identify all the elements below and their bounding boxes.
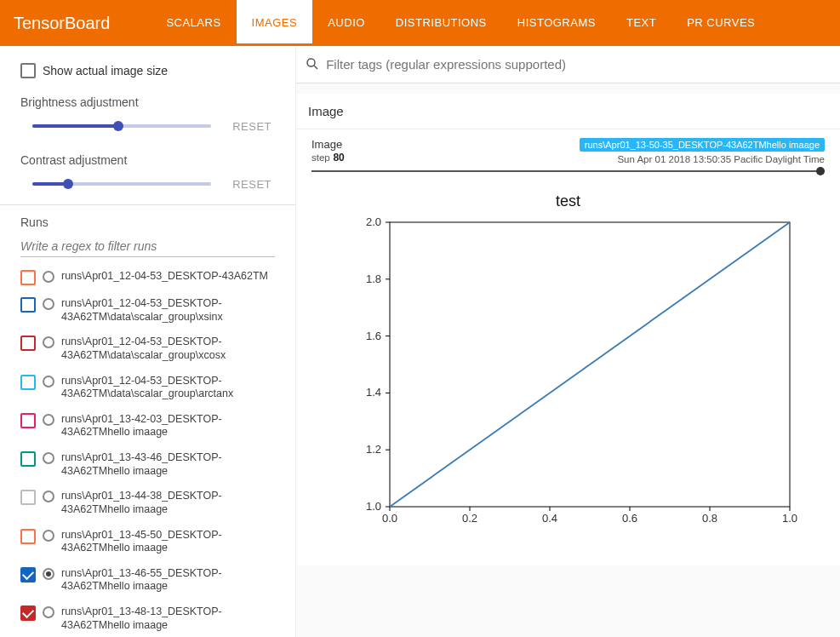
brand: TensorBoard xyxy=(14,14,110,33)
run-radio[interactable] xyxy=(43,336,54,348)
checkbox-icon xyxy=(20,63,36,78)
tab-pr-curves[interactable]: PR CURVES xyxy=(671,0,770,46)
run-radio[interactable] xyxy=(43,376,54,387)
chart-image: 0.00.20.40.60.81.01.01.21.41.61.82.0 xyxy=(339,214,798,537)
svg-text:1.8: 1.8 xyxy=(365,273,380,285)
svg-text:1.6: 1.6 xyxy=(365,330,380,342)
svg-text:1.0: 1.0 xyxy=(365,500,380,513)
show-actual-image-size-toggle[interactable]: Show actual image size xyxy=(0,56,295,82)
chart-title: test xyxy=(339,192,798,210)
run-checkbox[interactable] xyxy=(20,297,36,313)
brightness-label: Brightness adjustment xyxy=(0,82,295,112)
run-label: runs\Apr01_13-43-46_DESKTOP-43A62TMhello… xyxy=(61,451,285,478)
sidebar: Show actual image size Brightness adjust… xyxy=(0,46,296,637)
run-row: runs\Apr01_13-45-50_DESKTOP-43A62TMhello… xyxy=(20,523,285,561)
run-row: runs\Apr01_13-44-38_DESKTOP-43A62TMhello… xyxy=(20,484,285,522)
run-tag-pill: runs\Apr01_13-50-35_DESKTOP-43A62TMhello… xyxy=(580,138,825,152)
svg-text:0.0: 0.0 xyxy=(381,512,397,525)
contrast-reset-button[interactable]: RESET xyxy=(232,178,271,191)
svg-text:0.6: 0.6 xyxy=(621,512,637,525)
svg-text:2.0: 2.0 xyxy=(365,215,380,228)
run-label: runs\Apr01_12-04-53_DESKTOP-43A62TM\data… xyxy=(61,375,285,401)
tab-images[interactable]: IMAGES xyxy=(237,0,313,46)
runs-list: runs\Apr01_12-04-53_DESKTOP-43A62TMruns\… xyxy=(0,257,295,637)
step-label: step xyxy=(311,152,330,163)
run-radio[interactable] xyxy=(43,298,54,310)
svg-text:1.2: 1.2 xyxy=(365,443,380,456)
run-radio[interactable] xyxy=(43,414,54,426)
tag-filter-input[interactable] xyxy=(326,57,831,72)
run-label: runs\Apr01_13-46-55_DESKTOP-43A62TMhello… xyxy=(61,567,285,594)
run-radio[interactable] xyxy=(43,452,54,464)
timestamp: Sun Apr 01 2018 13:50:35 Pacific Dayligh… xyxy=(580,154,825,164)
run-checkbox[interactable] xyxy=(20,567,36,582)
run-row: runs\Apr01_13-48-13_DESKTOP-43A62TMhello… xyxy=(20,600,285,637)
run-label: runs\Apr01_12-04-53_DESKTOP-43A62TM xyxy=(61,270,268,284)
run-radio[interactable] xyxy=(43,271,54,283)
tab-scalars[interactable]: SCALARS xyxy=(151,0,236,46)
svg-point-0 xyxy=(307,59,315,66)
contrast-slider[interactable] xyxy=(32,175,211,192)
run-checkbox[interactable] xyxy=(20,529,36,544)
tab-text[interactable]: TEXT xyxy=(611,0,671,46)
tab-histograms[interactable]: HISTOGRAMS xyxy=(502,0,611,46)
image-card: Image step 80 runs\Apr01_13-50-35_DESKTO… xyxy=(296,129,840,565)
panel-title: Image xyxy=(308,104,344,118)
run-checkbox[interactable] xyxy=(20,605,36,621)
run-radio[interactable] xyxy=(43,491,54,502)
run-checkbox[interactable] xyxy=(20,375,36,390)
run-row: runs\Apr01_12-04-53_DESKTOP-43A62TM\data… xyxy=(20,369,285,407)
step-value: 80 xyxy=(333,152,344,164)
app-header: TensorBoard SCALARSIMAGESAUDIODISTRIBUTI… xyxy=(0,0,840,46)
header-tabs: SCALARSIMAGESAUDIODISTRIBUTIONSHISTOGRAM… xyxy=(151,0,770,46)
svg-line-1 xyxy=(314,66,317,69)
tab-audio[interactable]: AUDIO xyxy=(312,0,380,46)
run-label: runs\Apr01_13-44-38_DESKTOP-43A62TMhello… xyxy=(61,490,285,516)
step-scrubber[interactable] xyxy=(311,165,825,177)
run-radio[interactable] xyxy=(43,568,54,580)
main-area: Image Image step 80 runs\Apr01_13-50-35_… xyxy=(296,46,840,637)
run-checkbox[interactable] xyxy=(20,270,36,285)
svg-text:1.4: 1.4 xyxy=(365,386,380,399)
svg-text:1.0: 1.0 xyxy=(781,512,797,525)
svg-text:0.4: 0.4 xyxy=(541,512,557,525)
image-title: Image xyxy=(311,138,345,151)
svg-text:0.2: 0.2 xyxy=(461,512,477,525)
run-row: runs\Apr01_13-43-46_DESKTOP-43A62TMhello… xyxy=(20,445,285,484)
runs-filter-input[interactable] xyxy=(20,236,275,257)
run-label: runs\Apr01_12-04-53_DESKTOP-43A62TM\data… xyxy=(61,336,285,362)
brightness-slider[interactable] xyxy=(32,118,211,135)
contrast-label: Contrast adjustment xyxy=(0,140,295,170)
run-label: runs\Apr01_13-48-13_DESKTOP-43A62TMhello… xyxy=(61,605,285,632)
run-radio[interactable] xyxy=(43,530,54,542)
run-row: runs\Apr01_12-04-53_DESKTOP-43A62TM xyxy=(20,264,285,291)
run-label: runs\Apr01_13-45-50_DESKTOP-43A62TMhello… xyxy=(61,529,285,555)
run-radio[interactable] xyxy=(43,606,54,618)
run-row: runs\Apr01_12-04-53_DESKTOP-43A62TM\data… xyxy=(20,291,285,330)
show-actual-image-size-label: Show actual image size xyxy=(43,64,168,77)
run-checkbox[interactable] xyxy=(20,336,36,351)
search-icon xyxy=(305,56,321,73)
run-row: runs\Apr01_13-46-55_DESKTOP-43A62TMhello… xyxy=(20,561,285,600)
tab-distributions[interactable]: DISTRIBUTIONS xyxy=(380,0,502,46)
run-label: runs\Apr01_12-04-53_DESKTOP-43A62TM\data… xyxy=(61,297,285,324)
run-label: runs\Apr01_13-42-03_DESKTOP-43A62TMhello… xyxy=(61,413,285,439)
brightness-reset-button[interactable]: RESET xyxy=(232,120,271,133)
run-row: runs\Apr01_12-04-53_DESKTOP-43A62TM\data… xyxy=(20,330,285,368)
run-row: runs\Apr01_13-42-03_DESKTOP-43A62TMhello… xyxy=(20,407,285,445)
run-checkbox[interactable] xyxy=(20,413,36,428)
run-checkbox[interactable] xyxy=(20,451,36,467)
runs-title: Runs xyxy=(0,215,295,236)
svg-text:0.8: 0.8 xyxy=(701,512,717,525)
run-checkbox[interactable] xyxy=(20,490,36,505)
panel-title-bar[interactable]: Image xyxy=(296,94,840,129)
